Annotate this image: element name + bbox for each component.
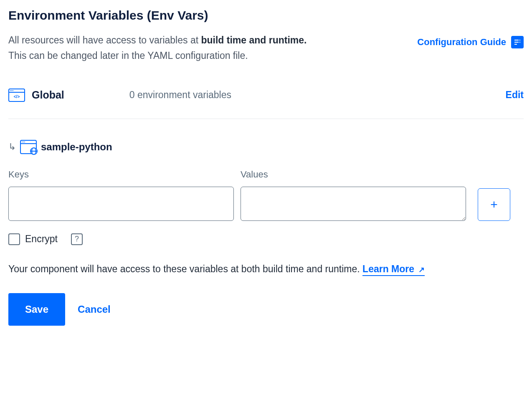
description-prefix: All resources will have access to variab… [8,35,201,46]
component-icon [20,140,37,154]
svg-rect-4 [519,42,520,43]
global-env-count: 0 environment variables [129,89,231,101]
values-input[interactable] [241,187,466,221]
encrypt-label: Encrypt [25,233,58,245]
keys-form-group: Keys [8,169,234,221]
page-title: Environment Variables (Env Vars) [8,8,524,23]
save-button[interactable]: Save [8,293,65,326]
external-link-icon: ↗ [418,266,425,274]
info-text: Your component will have access to these… [8,263,524,275]
add-button[interactable]: + [478,188,510,221]
global-label: Global [32,89,64,101]
svg-rect-1 [514,42,519,43]
encrypt-row: Encrypt ? [8,233,524,245]
learn-more-link[interactable]: Learn More ↗ [362,263,425,276]
global-icon: </> [8,89,25,102]
keys-input[interactable] [8,187,234,221]
description-line2: This can be changed later in the YAML co… [8,50,248,61]
header-row: All resources will have access to variab… [8,33,524,63]
description-bold: build time and runtime. [201,35,307,46]
configuration-guide-label: Configuration Guide [417,37,506,48]
svg-rect-0 [514,40,519,41]
svg-rect-2 [514,44,517,45]
svg-rect-3 [519,40,520,41]
encrypt-checkbox[interactable] [8,233,20,245]
plus-icon: + [490,198,498,212]
guide-icon [511,36,524,48]
configuration-guide-link[interactable]: Configuration Guide [417,36,524,48]
values-label: Values [241,169,466,180]
component-name: sample-python [41,141,112,153]
button-row: Save Cancel [8,293,524,326]
edit-link[interactable]: Edit [506,89,524,101]
component-header: ↳ sample-python [8,140,524,154]
child-arrow-icon: ↳ [8,142,16,152]
info-text-content: Your component will have access to these… [8,263,362,274]
values-form-group: Values [241,169,466,221]
cancel-button[interactable]: Cancel [78,304,111,315]
description-text: All resources will have access to variab… [8,33,307,63]
env-var-form-row: Keys Values + [8,169,524,221]
global-section: </> Global 0 environment variables Edit [8,89,524,119]
help-icon[interactable]: ? [71,233,83,245]
keys-label: Keys [8,169,234,180]
